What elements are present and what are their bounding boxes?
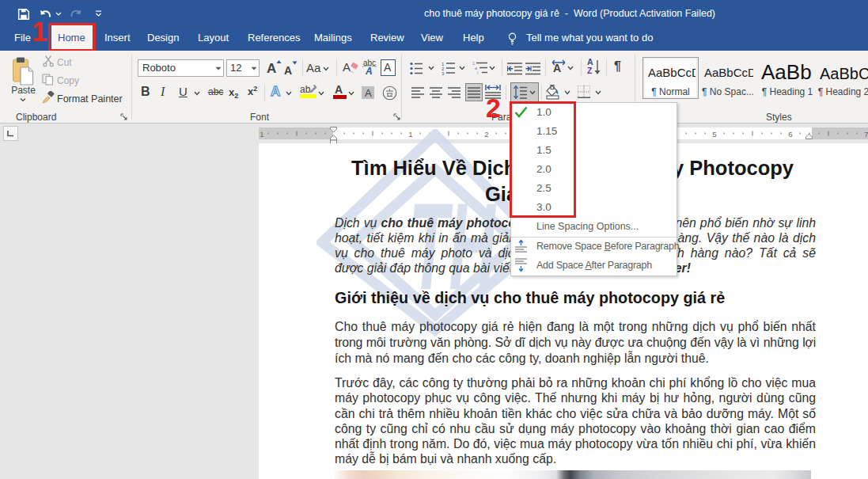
svg-text:1: 1 [260, 130, 263, 139]
svg-text:6: 6 [788, 130, 792, 139]
svg-text:7: 7 [864, 130, 868, 139]
svg-text:3: 3 [442, 71, 445, 76]
svg-text:5: 5 [712, 130, 716, 139]
svg-text:i: i [477, 70, 478, 75]
